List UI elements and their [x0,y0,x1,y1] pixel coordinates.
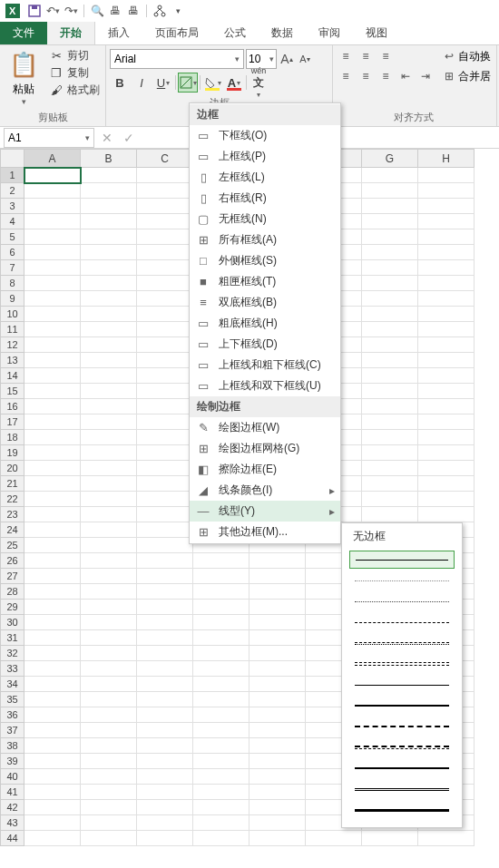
row-header-12[interactable]: 12 [1,337,24,353]
cell-B19[interactable] [81,445,137,461]
cell-G3[interactable] [362,199,418,214]
name-box[interactable]: A1▾ [4,128,94,148]
cell-H44[interactable] [418,831,475,846]
cell-E26[interactable] [250,553,306,569]
cell-A6[interactable] [24,245,81,260]
copy-button[interactable]: ❐复制 [47,64,102,82]
cell-B17[interactable] [81,414,137,430]
tab-view[interactable]: 视图 [353,22,400,44]
line-style-8[interactable] [349,717,455,736]
cell-H3[interactable] [418,199,475,214]
row-header-6[interactable]: 6 [1,245,24,260]
cell-C30[interactable] [137,615,193,630]
cell-B32[interactable] [81,646,137,661]
row-header-27[interactable]: 27 [1,569,24,584]
cell-A4[interactable] [24,214,81,229]
cell-C11[interactable] [137,322,193,337]
cell-A32[interactable] [24,646,81,661]
cell-E39[interactable] [250,754,306,769]
cell-H18[interactable] [418,430,475,445]
row-header-42[interactable]: 42 [1,800,24,815]
cell-B4[interactable] [81,214,137,229]
cell-H17[interactable] [418,414,475,430]
cell-A16[interactable] [24,399,81,414]
align-left-icon[interactable]: ≡ [337,67,355,85]
fill-color-button[interactable]: ▾ [202,73,222,93]
cell-A34[interactable] [24,677,81,692]
cell-A12[interactable] [24,337,81,353]
cell-H22[interactable] [418,492,475,507]
cell-E37[interactable] [250,723,306,738]
row-header-36[interactable]: 36 [1,707,24,723]
border-option-5[interactable]: ⊞所有框线(A) [190,229,340,250]
align-bottom-icon[interactable]: ≡ [377,47,395,65]
cell-E32[interactable] [250,646,306,661]
row-header-7[interactable]: 7 [1,260,24,276]
cell-D33[interactable] [193,661,250,677]
enter-icon[interactable]: ✓ [118,129,140,147]
cell-B12[interactable] [81,337,137,353]
print-icon[interactable]: 🖶 [106,2,124,20]
cell-C10[interactable] [137,307,193,322]
draw-option-4[interactable]: —线型(Y)▸ [190,501,340,522]
cell-E36[interactable] [250,707,306,723]
tab-data[interactable]: 数据 [259,22,306,44]
row-header-33[interactable]: 33 [1,661,24,677]
cell-B41[interactable] [81,785,137,800]
col-header-A[interactable]: A [24,150,81,168]
cell-A14[interactable] [24,368,81,384]
line-style-6[interactable] [349,676,455,694]
cell-A5[interactable] [24,229,81,245]
border-option-11[interactable]: ▭上框线和粗下框线(C) [190,355,340,375]
cell-E33[interactable] [250,661,306,677]
row-header-16[interactable]: 16 [1,399,24,414]
cell-C15[interactable] [137,384,193,399]
cell-B5[interactable] [81,229,137,245]
cell-G22[interactable] [362,492,418,507]
cell-G13[interactable] [362,353,418,368]
row-header-44[interactable]: 44 [1,831,24,846]
save-icon[interactable] [25,2,44,20]
draw-option-3[interactable]: ◢线条颜色(I)▸ [190,480,340,501]
col-header-B[interactable]: B [81,150,137,168]
cell-B30[interactable] [81,615,137,630]
cell-C19[interactable] [137,445,193,461]
undo-icon[interactable]: ↶▾ [44,2,62,20]
cell-D43[interactable] [193,815,250,831]
cell-A27[interactable] [24,569,81,584]
cell-E35[interactable] [250,692,306,707]
cell-H5[interactable] [418,229,475,245]
redo-icon[interactable]: ↷▾ [62,2,80,20]
cell-H16[interactable] [418,399,475,414]
cell-A24[interactable] [24,522,81,538]
border-option-6[interactable]: □外侧框线(S) [190,250,340,271]
cell-H6[interactable] [418,245,475,260]
cell-B1[interactable] [81,168,137,183]
cell-A22[interactable] [24,492,81,507]
decrease-font-icon[interactable]: A▾ [297,51,313,67]
select-all-corner[interactable] [1,150,24,168]
org-icon[interactable] [151,2,169,20]
cell-B3[interactable] [81,199,137,214]
increase-font-icon[interactable]: A▴ [279,51,295,67]
draw-option-2[interactable]: ◧擦除边框(E) [190,459,340,480]
cell-D40[interactable] [193,769,250,785]
cell-E43[interactable] [250,815,306,831]
cell-A37[interactable] [24,723,81,738]
row-header-41[interactable]: 41 [1,785,24,800]
border-option-12[interactable]: ▭上框线和双下框线(U) [190,375,340,396]
cell-B15[interactable] [81,384,137,399]
cell-C28[interactable] [137,584,193,600]
phonetic-button[interactable]: wén文▾ [249,73,269,93]
bold-button[interactable]: B [110,73,130,93]
cell-C2[interactable] [137,183,193,199]
cell-B22[interactable] [81,492,137,507]
row-header-20[interactable]: 20 [1,461,24,476]
cell-C1[interactable] [137,168,193,183]
cell-C39[interactable] [137,754,193,769]
cell-G14[interactable] [362,368,418,384]
cell-B27[interactable] [81,569,137,584]
merge-center-button[interactable]: ⊞合并居 [440,67,491,85]
cell-G1[interactable] [362,168,418,183]
cell-B36[interactable] [81,707,137,723]
